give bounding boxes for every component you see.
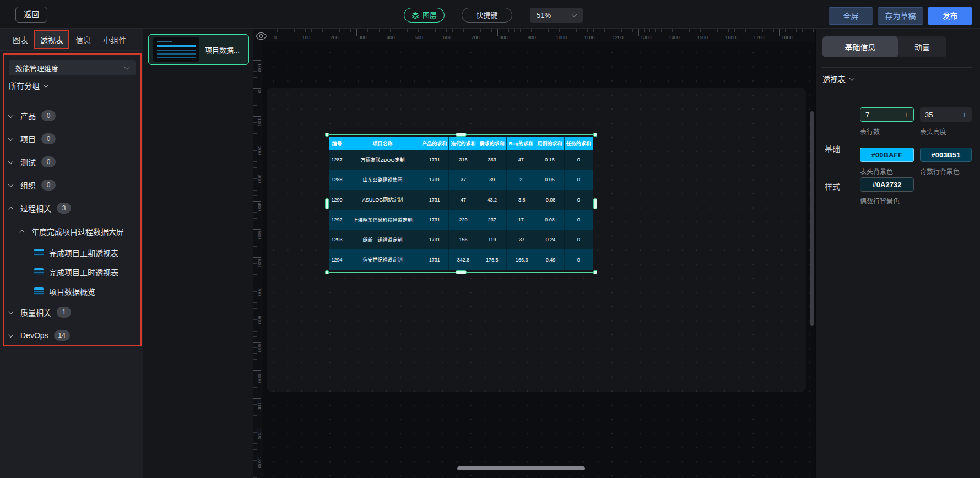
table-cell: -0.24 [535, 230, 564, 249]
properties-panel: 基础信息 动画 透视表 基础 7 − + 35 − + 表行数 表头高度 样式 … [815, 29, 980, 478]
table-cell: 1292 [329, 210, 345, 230]
table-cell: 47 [507, 150, 535, 170]
header-height-value: 35 [925, 111, 948, 119]
table-cell: 0 [565, 150, 593, 170]
table-cell: 176.5 [478, 249, 507, 269]
tree-item-worktime-pivot[interactable]: 完成项目工时透视表 [0, 262, 138, 281]
table-icon [34, 287, 44, 295]
layer-item-selected[interactable]: 项目数据... [148, 34, 249, 65]
table-row: 1293朗新一诺禅道定制1731156119-37-0.240 [329, 230, 593, 249]
layers-icon [412, 12, 419, 19]
chevron-up-icon [8, 206, 14, 211]
header-bg-color-swatch[interactable]: #00BAFF [860, 148, 914, 162]
table-cell: 0.15 [535, 150, 564, 170]
tree-item-label: 组织 [20, 180, 36, 191]
publish-button[interactable]: 发布 [928, 7, 972, 25]
chevron-down-icon [8, 135, 14, 141]
tab-widgets[interactable]: 小组件 [98, 31, 131, 48]
tree-item-label: 项目 [20, 133, 36, 144]
group-filter-label: 所有分组 [9, 80, 40, 91]
tree-item-label: 年度完成项目过程数据大屏 [31, 226, 124, 237]
back-button[interactable]: 返回 [15, 7, 47, 23]
tab-basic-info[interactable]: 基础信息 [822, 36, 898, 57]
save-draft-button[interactable]: 存为草稿 [878, 7, 923, 25]
layer-list-panel: 项目数据... [143, 29, 253, 478]
dimension-select-value: 效能管理维度 [15, 63, 58, 73]
table-header-cell: 编号 [329, 137, 345, 150]
tab-pivot-table[interactable]: 透视表 [35, 31, 68, 48]
tab-charts[interactable]: 图表 [8, 31, 33, 48]
table-cell: 43.2 [478, 190, 507, 210]
vertical-scrollbar[interactable] [810, 111, 814, 326]
count-badge: 3 [57, 203, 71, 214]
tree-item-devops[interactable]: DevOps 14 [0, 324, 138, 347]
app-window: 返回 图层 快捷键 51% 全屏 存为草稿 发布 图表 透视表 信息 小组 [0, 0, 980, 478]
odd-row-bg-color-swatch[interactable]: #003B51 [920, 148, 972, 162]
chevron-down-icon [8, 332, 14, 338]
even-row-bg-color-label: 偶数行背景色 [860, 196, 900, 205]
table-row: 1292上海昭东信息科技禅道定制1731220237170.080 [329, 210, 593, 230]
tree-item-product[interactable]: 产品 0 [0, 104, 138, 127]
group-filter[interactable]: 所有分组 [9, 79, 48, 91]
tree-item-project[interactable]: 项目 0 [0, 127, 138, 150]
table-cell: 316 [449, 150, 478, 170]
tree-item-test[interactable]: 测试 0 [0, 150, 138, 173]
top-toolbar: 返回 图层 快捷键 51% 全屏 存为草稿 发布 [0, 0, 980, 29]
tab-animation[interactable]: 动画 [898, 36, 946, 57]
design-canvas[interactable]: 0100200300400500600700800900100011001200… [253, 29, 815, 478]
component-type-header[interactable]: 透视表 [822, 73, 854, 84]
table-cell: 0 [565, 230, 593, 249]
dimension-select[interactable]: 效能管理维度 [9, 60, 136, 75]
header-height-label: 表头高度 [920, 127, 946, 136]
table-cell: 0 [565, 170, 593, 189]
table-cell: -0.49 [535, 249, 564, 269]
tab-info[interactable]: 信息 [71, 31, 96, 48]
zoom-level-select[interactable]: 51% [530, 8, 583, 23]
table-cell: 119 [478, 230, 507, 249]
table-cell: 朗新一诺禅道定制 [345, 230, 420, 249]
basic-section-label: 基础 [825, 143, 840, 154]
fullscreen-button[interactable]: 全屏 [829, 7, 873, 25]
table-header-cell: 任务的求和 [565, 137, 593, 150]
layers-button[interactable]: 图层 [404, 8, 445, 23]
eye-icon[interactable] [255, 32, 267, 40]
plus-button[interactable]: + [904, 110, 908, 119]
tree-item-process[interactable]: 过程相关 3 [0, 197, 138, 220]
table-cell: 1731 [420, 150, 449, 170]
count-badge: 0 [41, 156, 56, 167]
table-cell: 0.05 [535, 170, 564, 189]
table-cell: 1288 [329, 170, 345, 189]
minus-button[interactable]: − [953, 110, 957, 119]
tree-item-organization[interactable]: 组织 0 [0, 173, 138, 197]
table-icon [34, 249, 44, 256]
pivot-table-component[interactable]: 编号项目名称产品的求和迭代的求和需求的求和Bug的求和用例的求和任务的求和128… [329, 137, 593, 270]
tree-item-project-overview[interactable]: 项目数据概览 [0, 281, 138, 301]
table-cell: 0 [565, 210, 593, 230]
tree-item-label: 完成项目工期透视表 [49, 247, 118, 258]
tree-item-quality[interactable]: 质量相关 1 [0, 301, 138, 324]
table-cell: -0.08 [535, 190, 564, 210]
table-cell: -3.8 [507, 190, 535, 210]
tree-item-annual-screen-group[interactable]: 年度完成项目过程数据大屏 [0, 220, 138, 243]
table-rows-stepper[interactable]: 7 − + [860, 107, 914, 122]
plus-button[interactable]: + [962, 110, 967, 119]
component-tree: 产品 0 项目 0 测试 0 组织 0 过程相关 3 [0, 104, 138, 347]
tree-item-duration-pivot[interactable]: 完成项目工期透视表 [0, 243, 138, 262]
count-badge: 1 [57, 307, 71, 318]
table-cell: 2 [507, 170, 535, 189]
table-cell: 0.08 [535, 210, 564, 230]
horizontal-scrollbar[interactable] [457, 466, 585, 470]
shortcut-keys-button[interactable]: 快捷键 [462, 8, 512, 23]
header-bg-color-label: 表头背景色 [860, 166, 893, 176]
component-type-label: 透视表 [822, 73, 846, 84]
table-cell: 17 [507, 210, 535, 230]
table-cell: -166.3 [507, 249, 535, 269]
tree-item-label: 测试 [20, 156, 36, 167]
table-cell: 万德友联ZDOO定制 [345, 150, 420, 170]
tree-item-label: 产品 [20, 110, 36, 121]
minus-button[interactable]: − [895, 110, 899, 119]
even-row-bg-color-swatch[interactable]: #0A2732 [860, 177, 914, 192]
header-height-stepper[interactable]: 35 − + [920, 107, 972, 122]
layers-button-label: 图层 [423, 8, 437, 22]
table-cell: 37 [449, 170, 478, 189]
